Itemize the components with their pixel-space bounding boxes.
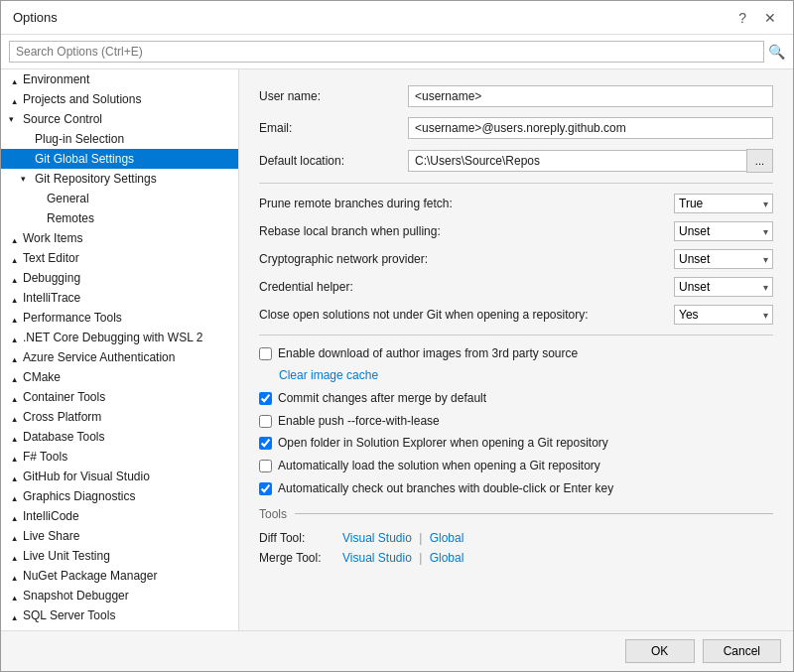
sidebar-item-label: Database Tools xyxy=(23,430,105,444)
sidebar-item-label: Git Global Settings xyxy=(35,152,134,166)
tools-header-text: Tools xyxy=(259,507,287,521)
search-bar: 🔍 xyxy=(1,35,793,69)
ok-button[interactable]: OK xyxy=(625,639,695,663)
sidebar-item-remotes[interactable]: Remotes xyxy=(1,208,238,228)
sidebar-item-fsharp-tools[interactable]: ▸F# Tools xyxy=(1,447,238,467)
search-button[interactable]: 🔍 xyxy=(768,44,785,60)
checkbox-label-cb6: Automatically check out branches with do… xyxy=(278,480,613,497)
checkbox-cb5[interactable] xyxy=(259,460,272,472)
sidebar-item-label: IntelliCode xyxy=(23,509,79,523)
sidebar-item-label: Snapshot Debugger xyxy=(23,589,129,603)
sidebar-item-work-items[interactable]: ▸Work Items xyxy=(1,228,238,248)
sidebar-item-label: Debugging xyxy=(23,271,80,285)
default-location-input[interactable] xyxy=(408,150,746,172)
sidebar-item-environment[interactable]: ▸Environment xyxy=(1,69,238,89)
username-label: User name: xyxy=(259,89,408,103)
checkbox-cb2[interactable] xyxy=(259,392,272,405)
dropdown-select-4[interactable]: Yes xyxy=(674,305,773,325)
dropdown-row-2: Cryptographic network provider:Unset xyxy=(259,249,773,269)
sidebar-item-label: Cross Platform xyxy=(23,410,101,424)
sidebar-item-text-editor[interactable]: ▸Text Editor xyxy=(1,248,238,268)
checkbox-row-2: Enable push --force-with-lease xyxy=(259,413,773,430)
dialog-title: Options xyxy=(13,10,58,25)
sidebar-item-net-core-debugging[interactable]: ▸.NET Core Debugging with WSL 2 xyxy=(1,328,238,347)
checkbox-cb6[interactable] xyxy=(259,482,272,495)
dropdown-row-1: Rebase local branch when pulling:Unset xyxy=(259,221,773,241)
sidebar-item-sql-server-tools[interactable]: ▸SQL Server Tools xyxy=(1,605,238,625)
dropdown-select-0[interactable]: True xyxy=(674,194,773,213)
checkbox-cb4[interactable] xyxy=(259,437,272,450)
main-content: ▸Environment▸Projects and Solutions▾Sour… xyxy=(1,69,793,630)
sidebar-item-label: Container Tools xyxy=(23,390,105,404)
divider-2 xyxy=(259,335,773,336)
right-panel: User name: Email: Default location: ... xyxy=(239,69,793,630)
checkbox-cb3[interactable] xyxy=(259,415,272,428)
checkbox-row-1: Commit changes after merge by default xyxy=(259,390,773,407)
default-location-row: Default location: ... xyxy=(259,149,773,173)
sidebar-item-label: Plug-in Selection xyxy=(35,132,124,146)
browse-button[interactable]: ... xyxy=(746,149,773,173)
email-input[interactable] xyxy=(408,117,773,139)
diff-tool-vs-link[interactable]: Visual Studio xyxy=(342,531,412,545)
sidebar-item-live-share[interactable]: ▸Live Share xyxy=(1,526,238,546)
sidebar-item-label: Live Unit Testing xyxy=(23,549,110,563)
dialog-body: 🔍 ▸Environment▸Projects and Solutions▾So… xyxy=(1,35,793,630)
help-button[interactable]: ? xyxy=(733,8,751,28)
diff-tool-global-link[interactable]: Global xyxy=(430,531,464,545)
sidebar-item-plug-in-selection[interactable]: Plug-in Selection xyxy=(1,129,238,149)
checkbox-label-cb5: Automatically load the solution when ope… xyxy=(278,458,600,474)
sidebar-item-label: Projects and Solutions xyxy=(23,92,141,106)
sidebar-item-database-tools[interactable]: ▸Database Tools xyxy=(1,427,238,447)
sidebar-item-label: CMake xyxy=(23,370,61,384)
sidebar-item-intellitrace[interactable]: ▸IntelliTrace xyxy=(1,288,238,308)
sidebar-item-cross-platform[interactable]: ▸Cross Platform xyxy=(1,407,238,427)
dropdown-row-3: Credential helper:Unset xyxy=(259,277,773,297)
sidebar-item-performance-tools[interactable]: ▸Performance Tools xyxy=(1,308,238,328)
sidebar-item-git-global-settings[interactable]: Git Global Settings xyxy=(1,149,238,169)
sidebar-item-azure-service-auth[interactable]: ▸Azure Service Authentication xyxy=(1,347,238,367)
dropdown-select-2[interactable]: Unset xyxy=(674,249,773,269)
sidebar-item-label: Source Control xyxy=(23,112,102,126)
sidebar-item-label: F# Tools xyxy=(23,450,67,464)
sidebar-item-label: IntelliTrace xyxy=(23,291,80,305)
sidebar-item-snapshot-debugger[interactable]: ▸Snapshot Debugger xyxy=(1,586,238,605)
checkbox-label-cb1: Enable download of author images from 3r… xyxy=(278,345,578,362)
merge-tool-row: Merge Tool: Visual Studio | Global xyxy=(259,551,773,565)
diff-tool-row: Diff Tool: Visual Studio | Global xyxy=(259,531,773,545)
sidebar-item-debugging[interactable]: ▸Debugging xyxy=(1,268,238,288)
sidebar-item-git-repository-settings[interactable]: ▾Git Repository Settings xyxy=(1,169,238,189)
dropdown-row-0: Prune remote branches during fetch:True xyxy=(259,194,773,213)
sidebar-item-nuget-pkg-mgr[interactable]: ▸NuGet Package Manager xyxy=(1,566,238,586)
cancel-button[interactable]: Cancel xyxy=(703,639,781,663)
sidebar-item-intellicode[interactable]: ▸IntelliCode xyxy=(1,506,238,526)
checkbox-label-cb2: Commit changes after merge by default xyxy=(278,390,486,407)
default-location-label: Default location: xyxy=(259,154,408,168)
dropdown-label-1: Rebase local branch when pulling: xyxy=(259,224,674,238)
tools-section: Tools Diff Tool: Visual Studio | Global … xyxy=(259,507,773,565)
close-button[interactable]: ✕ xyxy=(759,8,781,28)
clear-cache-link[interactable]: Clear image cache xyxy=(279,368,773,382)
dropdown-label-4: Close open solutions not under Git when … xyxy=(259,308,674,322)
sidebar-item-live-unit-testing[interactable]: ▸Live Unit Testing xyxy=(1,546,238,566)
search-input[interactable] xyxy=(9,41,764,63)
checkboxes-container: Enable download of author images from 3r… xyxy=(259,345,773,497)
dropdown-select-1[interactable]: Unset xyxy=(674,221,773,241)
merge-tool-label: Merge Tool: xyxy=(259,551,338,565)
sidebar-item-container-tools[interactable]: ▸Container Tools xyxy=(1,387,238,407)
sidebar-item-graphics-diagnostics[interactable]: ▸Graphics Diagnostics xyxy=(1,486,238,506)
dropdown-select-3[interactable]: Unset xyxy=(674,277,773,297)
sidebar-item-label: Azure Service Authentication xyxy=(23,350,175,364)
sidebar-item-label: NuGet Package Manager xyxy=(23,569,157,583)
merge-tool-vs-link[interactable]: Visual Studio xyxy=(342,551,412,565)
sidebar-item-cmake[interactable]: ▸CMake xyxy=(1,367,238,387)
checkbox-row-0: Enable download of author images from 3r… xyxy=(259,345,773,362)
sidebar-item-projects-solutions[interactable]: ▸Projects and Solutions xyxy=(1,89,238,109)
username-row: User name: xyxy=(259,85,773,107)
sidebar-item-github-vs[interactable]: ▸GitHub for Visual Studio xyxy=(1,467,238,486)
checkbox-cb1[interactable] xyxy=(259,347,272,360)
dialog-footer: OK Cancel xyxy=(1,630,793,671)
merge-tool-global-link[interactable]: Global xyxy=(430,551,464,565)
sidebar-item-general[interactable]: General xyxy=(1,189,238,208)
username-input[interactable] xyxy=(408,85,773,107)
sidebar-item-source-control[interactable]: ▾Source Control xyxy=(1,109,238,129)
